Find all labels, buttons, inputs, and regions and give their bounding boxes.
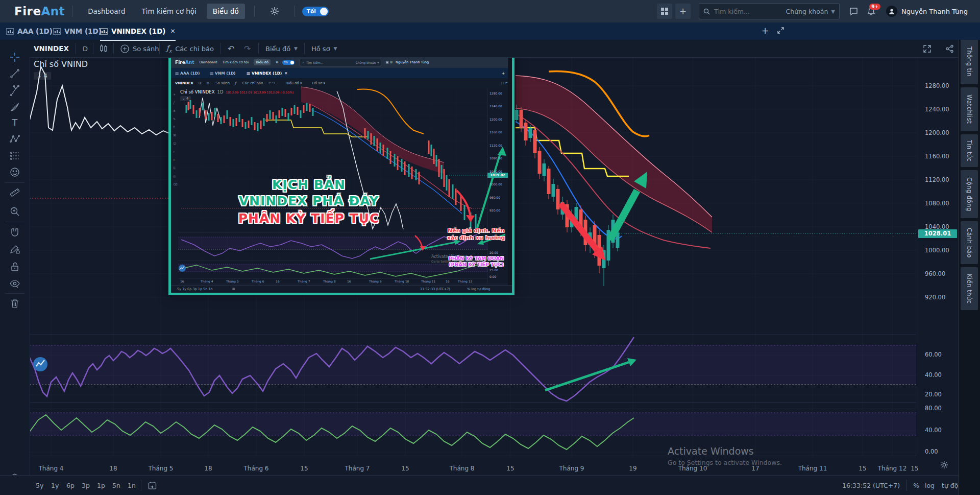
oscillator-line xyxy=(30,415,634,450)
log-scale-button[interactable]: log xyxy=(925,476,935,495)
inset-time-tick: 16 xyxy=(446,279,450,283)
inset-gear-icon: ✻ xyxy=(276,60,278,64)
expand-tabs-icon[interactable] xyxy=(777,27,785,34)
chart-tab-bar: AAA (1D) VNM (1D) VNINDEX (1D) ✕ + xyxy=(0,22,980,40)
range-5y-button[interactable]: 5y xyxy=(36,476,43,495)
forecast-tool-icon[interactable] xyxy=(9,150,21,162)
user-name[interactable]: Nguyễn Thanh Tùng xyxy=(901,8,968,15)
drawing-tools-sidebar: T xyxy=(0,57,30,475)
inset-time-tick: Tháng 5 xyxy=(226,279,238,283)
red-ma-line xyxy=(516,113,710,248)
nav-dashboard[interactable]: Dashboard xyxy=(82,4,131,19)
trendline-tool-icon[interactable] xyxy=(9,67,21,80)
search-input[interactable] xyxy=(713,7,776,16)
profile-menu-button[interactable]: Hồ sơ▼ xyxy=(311,40,337,57)
xabcd-pattern-tool-icon[interactable] xyxy=(9,133,21,145)
dark-theme-toggle[interactable]: Tối xyxy=(302,7,329,16)
right-panel-sidebar: ∷ Thông tin Watchlist Tin tức Cộng đồng … xyxy=(958,22,980,495)
tab-label: AAA (1D) xyxy=(17,27,53,35)
fireant-logo[interactable]: FireAnt xyxy=(14,5,65,18)
magnet-tool-icon[interactable] xyxy=(9,227,21,239)
chart-style-candles-icon[interactable] xyxy=(99,40,108,57)
go-to-date-calendar-icon[interactable] xyxy=(148,476,157,495)
range-1n-button[interactable]: 1n xyxy=(128,476,136,495)
redo-icon[interactable]: ↷ xyxy=(244,40,251,57)
annotation-candle-note: Nến giả định. Nến xác định xu hướng xyxy=(442,227,510,242)
sidebar-tab-tin-tuc[interactable]: Tin tức xyxy=(961,134,978,167)
hide-drawings-eye-icon[interactable] xyxy=(9,277,21,290)
time-tick: Tháng 11 xyxy=(790,465,836,472)
inset-price-tick: 960.00 xyxy=(489,196,500,199)
inset-top-bar: FireAnt Dashboard Tìm kiếm cơ hội Biểu đ… xyxy=(171,57,512,68)
teal-reversal-arrow xyxy=(610,172,647,240)
global-search-box[interactable]: Chứng khoán ▼ xyxy=(699,3,840,19)
axis-settings-gear-icon[interactable] xyxy=(940,461,948,469)
text-tool-icon[interactable]: T xyxy=(9,116,21,129)
fireant-watermark-logo xyxy=(33,357,48,372)
range-1y-button[interactable]: 1y xyxy=(51,476,59,495)
clock-utc[interactable]: 16:33:52 (UTC+7) xyxy=(842,476,900,495)
sidebar-tab-watchlist[interactable]: Watchlist xyxy=(961,87,978,131)
inset-tab-active: ▥ VNINDEX (1D)✕ xyxy=(247,68,288,79)
pitchfork-tool-icon[interactable] xyxy=(9,84,21,97)
lock-drawings-icon[interactable] xyxy=(9,261,21,273)
candlesticks xyxy=(517,105,618,286)
svg-text:∩: ∩ xyxy=(173,158,175,161)
tab-aaa[interactable]: AAA (1D) xyxy=(6,22,53,40)
legend-collapse-chip[interactable]: ⌄ 4 xyxy=(34,72,51,80)
interval-button[interactable]: D xyxy=(83,40,88,57)
new-tab-button[interactable]: + xyxy=(762,26,769,36)
add-panel-button[interactable]: + xyxy=(675,4,691,19)
notifications-bell-icon[interactable]: 9+ xyxy=(867,7,875,16)
annotation-divergence-note: PHÂN KỲ TAM ĐOẠN (PHÂN KỲ TIẾP TỤC) xyxy=(440,255,512,268)
chart-menu-button[interactable]: Biểu đồ▼ xyxy=(265,40,298,57)
price-tick: 1080.00 xyxy=(925,200,949,207)
layout-grid-icon[interactable] xyxy=(657,4,672,19)
price-tick: 1200.00 xyxy=(925,129,949,136)
time-tick: Tháng 8 xyxy=(439,465,485,472)
measure-tool-icon[interactable] xyxy=(9,186,21,199)
divider xyxy=(906,480,907,491)
inset-time-tick: Tháng 11 xyxy=(421,279,435,283)
nav-opportunities[interactable]: Tìm kiếm cơ hội xyxy=(135,4,202,19)
svg-text:╱: ╱ xyxy=(173,101,175,105)
time-tick: 15 xyxy=(382,465,428,472)
sidebar-tab-thong-tin[interactable]: Thông tin xyxy=(961,39,978,84)
rsi-trendline-arrow xyxy=(545,358,636,390)
zoom-in-tool-icon[interactable] xyxy=(9,205,21,218)
yellow-line xyxy=(516,128,629,176)
inset-time-tick: Tháng 12 xyxy=(458,279,472,283)
percent-scale-button[interactable]: % xyxy=(913,476,919,495)
chart-tab-icon xyxy=(100,28,108,35)
chat-icon[interactable] xyxy=(849,7,858,16)
range-1p-button[interactable]: 1p xyxy=(97,476,105,495)
chart-legend-title[interactable]: Chỉ số VNIND xyxy=(34,59,88,69)
stay-drawing-mode-icon[interactable] xyxy=(9,244,21,256)
range-5n-button[interactable]: 5n xyxy=(112,476,120,495)
settings-gear-icon[interactable] xyxy=(270,7,279,16)
nav-chart[interactable]: Biểu đồ xyxy=(207,4,245,19)
close-tab-icon[interactable]: ✕ xyxy=(170,28,176,35)
sidebar-tab-cong-dong[interactable]: Cộng đồng xyxy=(961,170,978,218)
user-avatar[interactable] xyxy=(886,6,897,17)
inset-price-tick: 1080.00 xyxy=(489,156,502,160)
remove-drawings-trash-icon[interactable] xyxy=(9,297,21,310)
compare-button[interactable]: So sánh xyxy=(120,40,159,57)
undo-icon[interactable]: ↶ xyxy=(228,40,234,57)
tab-vnm[interactable]: VNM (1D) xyxy=(53,22,102,40)
search-category-select[interactable]: Chứng khoán xyxy=(786,8,828,15)
emoji-tool-icon[interactable] xyxy=(9,166,21,178)
fullscreen-icon[interactable] xyxy=(923,40,932,57)
range-6p-button[interactable]: 6p xyxy=(66,476,75,495)
tab-vnindex[interactable]: VNINDEX (1D) ✕ xyxy=(100,22,176,41)
sidebar-tab-kien-thuc[interactable]: Kiến thức xyxy=(961,267,978,310)
crosshair-tool-icon[interactable] xyxy=(9,51,21,63)
symbol-button[interactable]: VNINDEX xyxy=(34,40,69,57)
inset-price-tick: 1200.00 xyxy=(489,117,502,121)
brush-tool-icon[interactable] xyxy=(9,101,21,113)
divider xyxy=(141,480,141,491)
indicators-button[interactable]: ƒx Các chỉ báo xyxy=(166,40,214,57)
sidebar-tab-canh-bao[interactable]: Cảnh báo xyxy=(961,221,978,264)
range-3p-button[interactable]: 3p xyxy=(82,476,90,495)
share-icon[interactable] xyxy=(945,40,954,57)
